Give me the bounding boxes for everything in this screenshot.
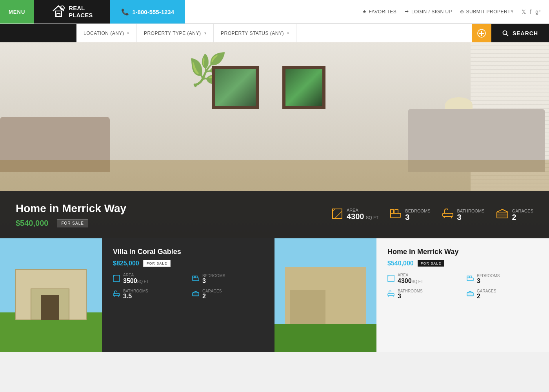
stat-bathrooms-text: Bathrooms 3 [457, 209, 485, 221]
card2-title: Home in Merrick Way [387, 248, 538, 256]
phone-icon: 📞 [121, 8, 129, 16]
hero-title-block: Home in Merrick Way $540,000 FOR SALE [16, 202, 312, 228]
card1-bedrooms: Bedrooms 3 [192, 273, 264, 285]
svg-rect-12 [391, 210, 394, 213]
card2-bathrooms: Bathrooms 3 [387, 289, 459, 299]
googleplus-icon[interactable]: g⁺ [535, 9, 541, 15]
stat-area: Area 4300 SQ FT [332, 208, 378, 221]
top-right-nav: ★ FAVORITES ⮕ LOGIN / SIGN UP ⊕ SUBMIT P… [185, 0, 549, 24]
stat-area-text: Area 4300 SQ FT [347, 208, 378, 221]
favorites-link[interactable]: ★ FAVORITES [362, 9, 396, 15]
phone-number[interactable]: 1-800-555-1234 [132, 9, 174, 15]
property-type-dropdown[interactable]: PROPERTY TYPE (ANY) ▾ [137, 24, 214, 42]
card1-bathrooms: Bathrooms 3.5 [113, 289, 184, 299]
svg-rect-19 [497, 212, 508, 218]
card1-garage-icon [192, 291, 199, 298]
logo-icon: H [51, 4, 65, 20]
svg-rect-38 [388, 294, 394, 296]
card1-price-row: $825,000 FOR SALE [113, 260, 264, 267]
svg-rect-30 [193, 293, 199, 296]
svg-rect-35 [467, 278, 473, 281]
search-bar: LOCATION (ANY) ▾ PROPERTY TYPE (ANY) ▾ P… [0, 24, 549, 42]
property-type-chevron: ▾ [204, 31, 207, 35]
garage-icon [496, 209, 508, 221]
logo-text: REAL PLACES [69, 5, 93, 19]
card2-bath-icon [387, 290, 394, 298]
hero-for-sale-badge: FOR SALE [57, 219, 88, 227]
search-button[interactable]: SEARCH [491, 24, 549, 42]
logo[interactable]: H REAL PLACES [51, 4, 93, 20]
card1-bath-icon [113, 290, 120, 298]
cards-row: Villa in Coral Gables $825,000 FOR SALE … [0, 238, 549, 352]
bed-icon [390, 209, 401, 220]
svg-line-10 [335, 211, 342, 218]
card2-garages: Garages 2 [467, 289, 538, 299]
card2-garage-icon [467, 291, 474, 298]
hero-section: 🌿 Home in Merrick Way $540,000 FOR SALE [0, 42, 549, 238]
card2-bedrooms: Bedrooms 3 [467, 273, 538, 285]
svg-line-7 [506, 34, 508, 36]
stat-garages-text: Garages 2 [512, 209, 533, 221]
svg-rect-13 [395, 210, 398, 213]
search-label: SEARCH [513, 30, 538, 36]
card2-image[interactable] [274, 238, 376, 352]
picture-frame-1 [212, 66, 259, 109]
stat-bedrooms-text: Bedrooms 3 [405, 209, 430, 221]
hero-price: $540,000 [16, 219, 48, 228]
social-icons: 𝕏 f g⁺ [522, 9, 541, 15]
property-status-chevron: ▾ [287, 31, 289, 35]
add-filter-button[interactable] [472, 24, 491, 42]
menu-label: MENU [9, 9, 25, 15]
svg-text:H: H [61, 7, 64, 10]
card2-stats: Area 4300SQ FT Bedrooms 3 [387, 273, 538, 299]
card1-stats: Area 3500SQ FT Bedrooms 3 [113, 273, 264, 299]
login-icon: ⮕ [404, 9, 409, 15]
stat-garages: Garages 2 [496, 209, 533, 221]
svg-rect-8 [333, 209, 342, 218]
card1-area: Area 3500SQ FT [113, 273, 184, 285]
location-chevron: ▾ [127, 31, 129, 35]
svg-rect-36 [467, 276, 469, 278]
menu-button[interactable]: MENU [0, 0, 34, 24]
location-dropdown[interactable]: LOCATION (ANY) ▾ [76, 24, 137, 42]
stat-bathrooms: Bathrooms 3 [442, 209, 485, 221]
card1-badge: FOR SALE [143, 260, 171, 267]
twitter-icon[interactable]: 𝕏 [522, 9, 526, 15]
star-icon: ★ [362, 9, 367, 15]
card1-garages: Garages 2 [192, 289, 264, 299]
location-label: LOCATION (ANY) [84, 31, 124, 36]
card2-area: Area 4300SQ FT [387, 273, 459, 285]
svg-rect-22 [113, 275, 120, 281]
card2-info: Home in Merrick Way $540,000 FOR SALE Ar… [376, 238, 549, 352]
card1-image[interactable] [0, 238, 102, 352]
svg-point-6 [503, 31, 507, 34]
property-status-label: PROPERTY STATUS (ANY) [221, 31, 284, 36]
search-dropdowns: LOCATION (ANY) ▾ PROPERTY TYPE (ANY) ▾ P… [76, 24, 472, 42]
card2-price-row: $540,000 FOR SALE [387, 260, 538, 267]
bath-icon [442, 209, 453, 221]
svg-line-39 [389, 296, 389, 297]
card2-badge: FOR SALE [418, 260, 445, 267]
svg-rect-11 [391, 213, 401, 217]
property-status-dropdown[interactable]: PROPERTY STATUS (ANY) ▾ [214, 24, 296, 42]
hero-title: Home in Merrick Way [16, 202, 312, 215]
card2-bed-icon [467, 276, 474, 283]
login-link[interactable]: ⮕ LOGIN / SIGN UP [404, 9, 452, 15]
area-icon [332, 208, 343, 221]
picture-frame-2 [282, 66, 325, 109]
svg-rect-25 [193, 276, 195, 278]
submit-property-link[interactable]: ⊕ SUBMIT PROPERTY [460, 9, 514, 15]
search-bar-left [0, 24, 76, 42]
hero-overlay: Home in Merrick Way $540,000 FOR SALE Ar… [0, 191, 549, 238]
submit-icon: ⊕ [460, 9, 464, 15]
facebook-icon[interactable]: f [530, 9, 531, 15]
card1-area-icon [113, 275, 120, 283]
svg-rect-33 [388, 275, 394, 281]
svg-rect-41 [467, 293, 473, 296]
floor [0, 160, 549, 191]
svg-rect-37 [470, 276, 472, 278]
card1-price: $825,000 [113, 260, 139, 267]
stat-bedrooms: Bedrooms 3 [390, 209, 430, 221]
card1-info: Villa in Coral Gables $825,000 FOR SALE … [102, 238, 274, 352]
svg-rect-24 [193, 278, 199, 281]
